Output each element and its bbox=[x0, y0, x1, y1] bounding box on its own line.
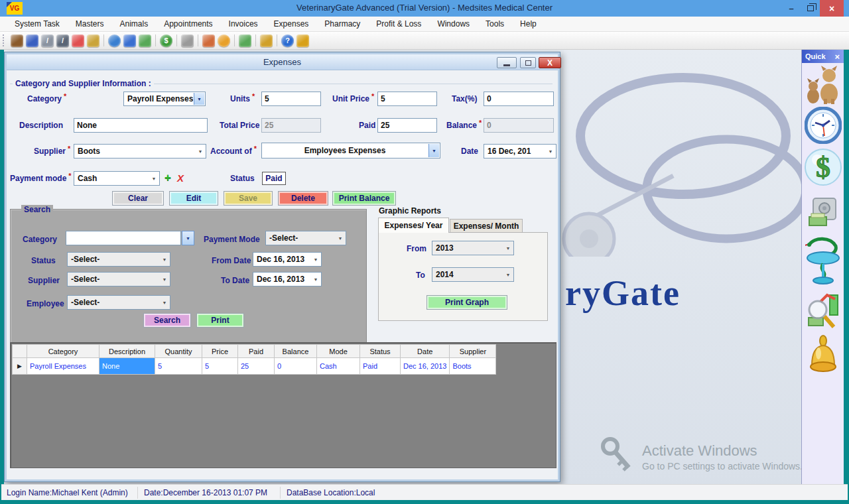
quick-search-report-icon[interactable] bbox=[802, 291, 844, 330]
grid-data-row[interactable]: ▶ Payroll Expenses None 5 5 25 0 Cash Pa… bbox=[13, 358, 496, 375]
dollar-globe-icon[interactable]: $ bbox=[160, 34, 172, 47]
bird-icon[interactable] bbox=[87, 34, 99, 47]
clear-button[interactable]: Clear bbox=[112, 191, 164, 206]
dialog-minimize-button[interactable] bbox=[497, 57, 517, 68]
edit-button[interactable]: Edit bbox=[169, 191, 218, 206]
cell-date[interactable]: Dec 16, 2013 bbox=[401, 358, 450, 375]
cell-paid[interactable]: 25 bbox=[238, 358, 275, 375]
appointment-card-icon[interactable] bbox=[123, 34, 136, 47]
quick-safe-icon[interactable] bbox=[802, 197, 844, 229]
cell-quantity[interactable]: 5 bbox=[155, 358, 202, 375]
gr-from-combo[interactable]: 2013▼ bbox=[432, 241, 514, 255]
search-supplier-combo[interactable]: -Select-▼ bbox=[67, 272, 170, 286]
menu-windows[interactable]: Windows bbox=[432, 17, 475, 31]
delete-button[interactable]: Delete bbox=[278, 191, 328, 206]
col-status[interactable]: Status bbox=[360, 345, 401, 358]
col-balance[interactable]: Balance bbox=[275, 345, 317, 358]
patient-record-icon[interactable] bbox=[26, 34, 38, 47]
chevron-down-icon[interactable]: ▼ bbox=[159, 296, 170, 309]
search-print-button[interactable]: Print bbox=[196, 313, 244, 328]
search-category-dropdown-button[interactable]: ▼ bbox=[182, 231, 194, 245]
window-minimize-button[interactable]: – bbox=[781, 0, 801, 17]
search-status-combo[interactable]: -Select-▼ bbox=[67, 252, 170, 267]
toolbar-grip[interactable] bbox=[3, 34, 5, 46]
report-chart-icon[interactable] bbox=[239, 34, 251, 47]
duster-bell-icon[interactable] bbox=[296, 34, 309, 47]
search-payment-mode-combo[interactable]: -Select-▼ bbox=[265, 231, 346, 245]
dialog-close-button[interactable]: X bbox=[539, 57, 561, 68]
chevron-down-icon[interactable]: ▼ bbox=[159, 273, 170, 286]
chevron-down-icon[interactable]: ▼ bbox=[149, 172, 159, 185]
gr-to-combo[interactable]: 2014▼ bbox=[432, 267, 514, 282]
quick-clock-icon[interactable] bbox=[802, 107, 844, 144]
tab-expenses-year[interactable]: Expenses/ Year bbox=[378, 218, 449, 233]
package-icon[interactable] bbox=[181, 34, 194, 47]
col-supplier[interactable]: Supplier bbox=[450, 345, 496, 358]
cell-status[interactable]: Paid bbox=[360, 358, 401, 375]
delete-payment-mode-icon[interactable]: X bbox=[177, 172, 184, 184]
dog-icon[interactable] bbox=[11, 34, 23, 47]
menu-masters[interactable]: Masters bbox=[70, 17, 109, 31]
capsule-icon[interactable] bbox=[72, 34, 84, 47]
search-button[interactable]: Search bbox=[143, 313, 191, 328]
chevron-down-icon[interactable]: ▼ bbox=[194, 93, 204, 105]
menu-help[interactable]: Help bbox=[515, 17, 542, 31]
window-close-button[interactable]: × bbox=[820, 0, 844, 17]
menu-profit-loss[interactable]: Profit & Loss bbox=[371, 17, 426, 31]
chevron-down-icon[interactable]: ▼ bbox=[310, 253, 321, 266]
vaccine-icon[interactable] bbox=[202, 34, 215, 47]
quick-pharmacy-icon[interactable] bbox=[802, 235, 844, 286]
tax-input[interactable] bbox=[484, 92, 554, 106]
cell-mode[interactable]: Cash bbox=[317, 358, 360, 375]
description-input[interactable] bbox=[74, 118, 208, 133]
clock-icon[interactable] bbox=[108, 34, 121, 47]
quick-pets-icon[interactable] bbox=[802, 66, 844, 104]
search-to-date-combo[interactable]: Dec 16, 2013▼ bbox=[253, 272, 322, 286]
chevron-down-icon[interactable]: ▼ bbox=[159, 253, 170, 266]
col-price[interactable]: Price bbox=[202, 345, 238, 358]
col-category[interactable]: Category bbox=[27, 345, 99, 358]
syringe-icon[interactable]: / bbox=[41, 34, 54, 47]
dialog-maximize-button[interactable] bbox=[520, 57, 536, 68]
cell-description[interactable]: None bbox=[99, 358, 155, 375]
row-selector-arrow-icon[interactable]: ▶ bbox=[13, 358, 27, 375]
save-button[interactable]: Save bbox=[224, 191, 273, 206]
alarm-bird-icon[interactable] bbox=[260, 34, 273, 47]
cell-balance[interactable]: 0 bbox=[275, 358, 317, 375]
dialog-titlebar[interactable]: Expenses X bbox=[7, 54, 558, 70]
invoice-note-icon[interactable] bbox=[139, 34, 151, 47]
chevron-down-icon[interactable]: ▼ bbox=[503, 268, 513, 281]
units-input[interactable] bbox=[261, 92, 321, 106]
col-quantity[interactable]: Quantity bbox=[155, 345, 202, 358]
unit-price-input[interactable] bbox=[377, 92, 437, 106]
add-payment-mode-icon[interactable]: + bbox=[164, 171, 171, 184]
menu-animals[interactable]: Animals bbox=[115, 17, 154, 31]
menu-system-task[interactable]: System Task bbox=[9, 17, 65, 31]
col-paid[interactable]: Paid bbox=[238, 345, 275, 358]
tab-expenses-month[interactable]: Expenses/ Month bbox=[450, 219, 523, 233]
col-description[interactable]: Description bbox=[99, 345, 155, 358]
supplier-combo[interactable]: Boots▼ bbox=[74, 144, 206, 158]
help-icon[interactable]: ? bbox=[281, 34, 294, 47]
chevron-down-icon[interactable]: ▼ bbox=[503, 241, 513, 255]
cell-category[interactable]: Payroll Expenses bbox=[27, 358, 99, 375]
quick-panel-close-icon[interactable]: × bbox=[830, 52, 844, 62]
menu-tools[interactable]: Tools bbox=[480, 17, 509, 31]
window-restore-button[interactable] bbox=[801, 0, 820, 17]
print-balance-button[interactable]: Print Balance bbox=[332, 191, 396, 206]
account-of-combo[interactable]: Employees Expenses▼ bbox=[261, 143, 440, 158]
col-mode[interactable]: Mode bbox=[317, 345, 360, 358]
chevron-down-icon[interactable]: ▼ bbox=[335, 231, 346, 245]
payment-mode-combo[interactable]: Cash▼ bbox=[74, 171, 160, 186]
col-date[interactable]: Date bbox=[401, 345, 450, 358]
cell-supplier[interactable]: Boots bbox=[450, 358, 496, 375]
menu-pharmacy[interactable]: Pharmacy bbox=[319, 17, 365, 31]
menu-invoices[interactable]: Invoices bbox=[224, 17, 263, 31]
quick-bell-icon[interactable] bbox=[802, 335, 844, 379]
refresh-arrow-icon[interactable] bbox=[218, 34, 230, 47]
cell-price[interactable]: 5 bbox=[202, 358, 238, 375]
category-combo[interactable]: Payroll Expenses▼ bbox=[123, 92, 206, 106]
paid-input[interactable] bbox=[377, 118, 437, 133]
quick-expenses-dollar-icon[interactable]: $ bbox=[802, 148, 844, 186]
search-employee-combo[interactable]: -Select-▼ bbox=[67, 295, 170, 310]
